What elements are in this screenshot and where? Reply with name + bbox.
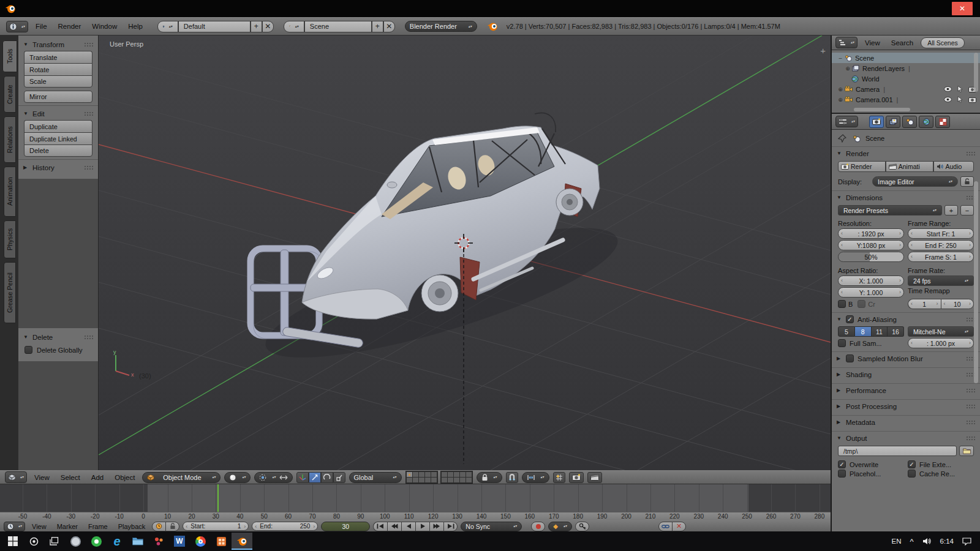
layers-widget[interactable] [405, 471, 473, 484]
sync-mode-select[interactable]: No Sync ▴▾ [461, 522, 522, 531]
increment-arrow-icon[interactable]: › [313, 523, 315, 530]
app-red-dots-icon[interactable] [148, 533, 169, 550]
lock-to-scene-button[interactable]: ▴▾ [477, 472, 502, 483]
mirror-button[interactable]: Mirror [24, 91, 92, 103]
editor-type-timeline-button[interactable]: ▴▾ [4, 522, 25, 531]
tool-tab-animation[interactable]: Animation [4, 167, 16, 217]
keying-type-select[interactable]: ◆ ▴▾ [548, 522, 572, 531]
jump-next-keyframe-button[interactable] [429, 522, 443, 531]
window-close-button[interactable]: ✕ [952, 2, 973, 15]
resolution-x-field[interactable]: ‹: 1920 px› [838, 228, 904, 239]
frame-step-field[interactable]: ‹Frame S: 1› [908, 252, 974, 262]
panel-grip-icon[interactable] [84, 335, 93, 339]
play-reverse-button[interactable] [401, 522, 415, 531]
panel-header-anti-aliasing[interactable]: ▼ Anti-Aliasing [832, 313, 980, 326]
start-button[interactable] [2, 533, 23, 550]
file-extensions-checkbox[interactable] [908, 460, 916, 468]
layer-cell[interactable] [431, 478, 437, 482]
layer-cell[interactable] [448, 478, 453, 482]
panel-header-motion-blur[interactable]: ▶ Sampled Motion Blur [832, 352, 980, 365]
aa-filter-select[interactable]: Mitchell-Ne ▴▾ [908, 326, 974, 337]
delete-globally-checkbox[interactable] [24, 346, 32, 354]
volume-icon[interactable] [922, 538, 932, 545]
opengl-render-image-button[interactable] [569, 472, 584, 483]
pivot-point-select[interactable]: ▴▾ [254, 472, 292, 483]
aspect-y-field[interactable]: ‹Y: 1.000› [838, 287, 904, 298]
manipulator-rotate-toggle[interactable] [321, 472, 333, 483]
menu-select[interactable]: Select [57, 474, 84, 481]
preview-range-toggle[interactable] [152, 522, 166, 531]
translate-button[interactable]: Translate [24, 51, 92, 63]
tab-texture[interactable] [935, 116, 950, 128]
language-indicator[interactable]: EN [892, 538, 902, 545]
tool-tab-grease-pencil[interactable]: Grease Pencil [4, 262, 16, 323]
manipulator-axis-toggle[interactable] [296, 472, 309, 483]
motion-blur-checkbox[interactable] [846, 354, 854, 362]
keying-set-button[interactable] [575, 522, 589, 531]
scene-name-field[interactable]: Scene [304, 21, 372, 32]
menu-view[interactable]: View [861, 39, 884, 47]
visibility-eye-icon[interactable] [944, 86, 952, 92]
resolution-y-field[interactable]: ‹Y:1080 px› [838, 240, 904, 250]
visibility-eye-icon[interactable] [944, 97, 952, 102]
decrement-arrow-icon[interactable]: ‹ [255, 523, 257, 530]
layer-cell[interactable] [466, 478, 472, 482]
aa-size-field[interactable]: ‹: 1.000 px› [908, 338, 974, 348]
panel-grip-icon[interactable] [84, 111, 93, 116]
aa-samples-8[interactable]: 8 [855, 326, 872, 337]
menu-frame[interactable]: Frame [85, 523, 111, 530]
delete-layout-button[interactable]: ✕ [262, 21, 274, 32]
expand-icon[interactable]: ⊕ [844, 66, 851, 72]
chrome-icon[interactable] [190, 533, 211, 550]
outliner-item-camera-001[interactable]: ⊕ Camera.001 | [832, 94, 980, 105]
lock-time-toggle[interactable] [165, 522, 179, 531]
app-orange-grid-icon[interactable] [211, 533, 232, 550]
layer-cell[interactable] [425, 478, 431, 482]
render-engine-select[interactable]: Blender Render ▴▾ [405, 21, 477, 32]
tab-world[interactable] [919, 116, 933, 128]
app-green-circle-icon[interactable] [86, 533, 107, 550]
scene-icon-button[interactable]: ▴▾ [284, 21, 304, 32]
outliner-item-world[interactable]: World [832, 73, 980, 84]
panel-grip-icon[interactable] [966, 404, 975, 408]
layer-cell[interactable] [442, 478, 447, 482]
panel-header-shading[interactable]: ▶ Shading [832, 368, 980, 381]
hidden-icons-caret[interactable]: ^ [910, 537, 914, 546]
layer-cell[interactable] [413, 478, 418, 482]
region-expand-icon[interactable]: + [820, 45, 826, 56]
panel-header-edit[interactable]: ▼ Edit [18, 107, 98, 120]
placeholders-checkbox[interactable] [838, 470, 846, 478]
panel-grip-icon[interactable] [966, 420, 975, 424]
layer-cell[interactable] [419, 478, 424, 482]
tab-render[interactable] [869, 116, 884, 128]
layer-cell[interactable] [407, 478, 412, 482]
remap-old-field[interactable]: ‹1› [908, 299, 941, 309]
panel-header-post-processing[interactable]: ▶ Post Processing [832, 400, 980, 413]
layer-cell[interactable] [460, 478, 466, 482]
end-frame-field[interactable]: ‹ End: 250 › [252, 522, 318, 531]
layer-cell[interactable] [454, 472, 459, 477]
file-explorer-icon[interactable] [127, 533, 148, 550]
panel-header-metadata[interactable]: ▶ Metadata [832, 416, 980, 429]
timeline-ruler[interactable]: -50-40-30-20-100102030405060708090100110… [0, 512, 831, 520]
timeline-playhead[interactable] [217, 484, 219, 512]
menu-view[interactable]: View [28, 523, 50, 530]
jump-to-start-button[interactable] [373, 522, 387, 531]
outliner-item-camera[interactable]: ⊕ Camera | [832, 84, 980, 94]
auto-keyframe-record-button[interactable] [531, 522, 545, 531]
browse-folder-button[interactable] [959, 446, 974, 456]
task-view-button[interactable] [44, 533, 65, 550]
editor-type-info-button[interactable]: ▴▾ [6, 21, 28, 32]
layer-cell[interactable] [454, 478, 459, 482]
start-frame-field-props[interactable]: ‹Start Fr: 1› [908, 228, 974, 239]
layers-group-2[interactable] [440, 471, 473, 484]
outliner-horizontal-scrollbar[interactable] [854, 108, 910, 111]
anti-aliasing-checkbox[interactable] [846, 315, 854, 323]
viewport-3d[interactable]: User Persp + (30) y x [99, 36, 831, 470]
render-audio-button[interactable]: Audio [933, 161, 974, 172]
manipulator-translate-toggle[interactable] [309, 472, 321, 483]
renderability-camera-icon[interactable] [968, 97, 976, 103]
layer-cell[interactable] [425, 472, 431, 477]
decrement-arrow-icon[interactable]: ‹ [186, 523, 187, 530]
menu-marker[interactable]: Marker [53, 523, 81, 530]
